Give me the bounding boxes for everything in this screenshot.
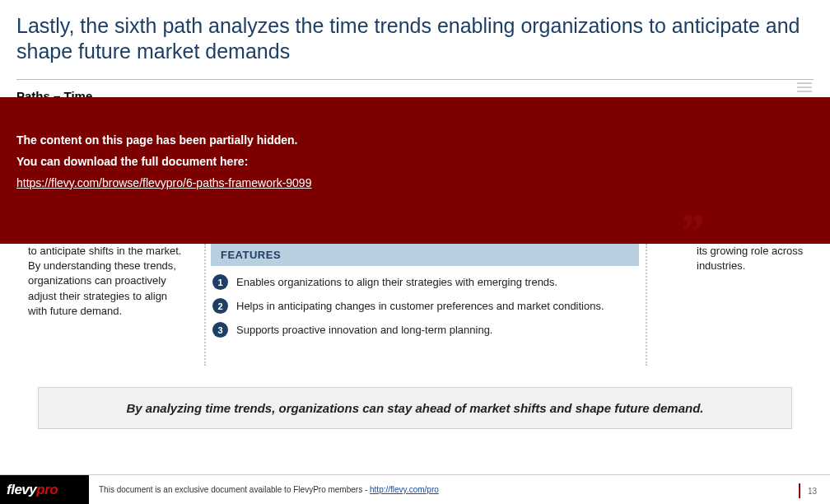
feature-row-1: 1 Enables organizations to align their s… [211,274,639,290]
slide: Lastly, the sixth path analyzes the time… [0,0,830,504]
footer-prefix: This document is an exclusive document a… [99,485,370,494]
page-number: 13 [808,487,817,496]
feature-num-1: 1 [212,274,228,290]
overlay-line2: You can download the full document here: [16,152,814,173]
feature-text-2: Helps in anticipating changes in custome… [236,300,604,312]
menu-icon [797,82,812,92]
feature-row-3: 3 Supports proactive innovation and long… [211,322,639,338]
footer-link[interactable]: http://flevy.com/pro [370,485,439,494]
feature-text-3: Supports proactive innovation and long-t… [236,324,492,336]
feature-text-1: Enables organizations to align their str… [236,276,557,288]
logo-main: flevy [7,482,36,498]
close-quote-icon: ” [678,221,703,240]
features-heading: FEATURES [211,244,639,266]
features-box: FEATURES 1 Enables organizations to alig… [211,244,639,338]
left-column-text: to anticipate shifts in the market. By u… [28,244,184,319]
flevypro-logo: flevypro [0,475,89,505]
feature-num-3: 3 [212,322,228,338]
footer-text: This document is an exclusive document a… [99,485,439,494]
title-rule [16,79,814,80]
hidden-content-overlay: The content on this page has been partia… [0,97,830,244]
logo-sub: pro [36,482,58,498]
slide-title: Lastly, the sixth path analyzes the time… [16,13,814,65]
overlay-download-link[interactable]: https://flevy.com/browse/flevypro/6-path… [16,176,311,189]
summary-callout: By analyzing time trends, organizations … [38,387,792,429]
feature-num-2: 2 [212,298,228,314]
feature-row-2: 2 Helps in anticipating changes in custo… [211,298,639,314]
page-bar-icon [799,483,800,498]
overlay-line1: The content on this page has been partia… [16,130,814,152]
right-column-text: its growing role across industries. [697,244,812,273]
divider-left [204,244,206,366]
slide-footer: flevypro This document is an exclusive d… [0,474,830,504]
divider-right [646,244,647,366]
